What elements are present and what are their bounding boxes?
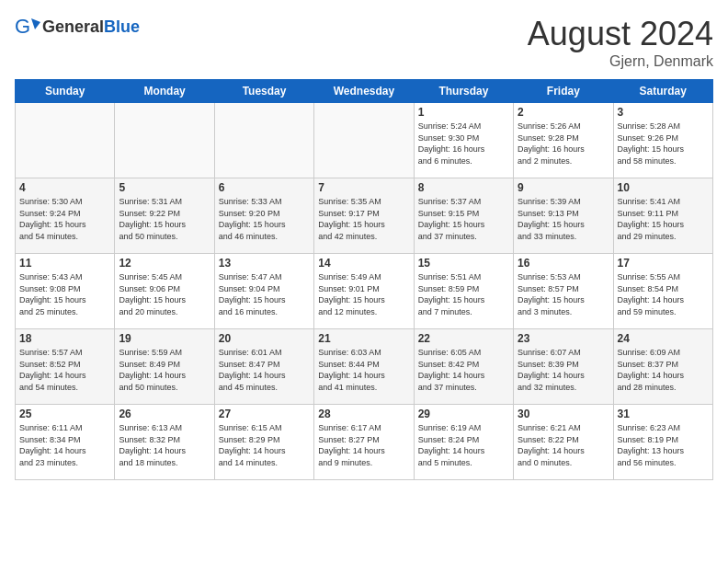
calendar-day-header: Sunday	[16, 80, 115, 103]
day-info: Sunrise: 5:35 AM Sunset: 9:17 PM Dayligh…	[318, 196, 409, 242]
logo-icon: G	[15, 15, 40, 40]
day-number: 11	[19, 257, 110, 270]
svg-marker-1	[31, 18, 40, 29]
day-info: Sunrise: 6:23 AM Sunset: 8:19 PM Dayligh…	[618, 422, 709, 468]
day-info: Sunrise: 6:11 AM Sunset: 8:34 PM Dayligh…	[19, 422, 110, 468]
day-number: 14	[318, 257, 409, 270]
title-section: August 2024 Gjern, Denmark	[528, 15, 713, 70]
logo: G GeneralBlue	[15, 15, 140, 40]
calendar-day-cell: 14Sunrise: 5:49 AM Sunset: 9:01 PM Dayli…	[314, 254, 414, 329]
day-number: 2	[518, 106, 609, 119]
calendar-day-cell: 12Sunrise: 5:45 AM Sunset: 9:06 PM Dayli…	[115, 254, 214, 329]
day-number: 31	[618, 408, 709, 420]
day-number: 16	[518, 257, 609, 270]
day-info: Sunrise: 5:33 AM Sunset: 9:20 PM Dayligh…	[219, 196, 310, 242]
day-number: 18	[19, 332, 110, 345]
logo-general: General	[42, 17, 104, 36]
day-number: 24	[618, 332, 709, 345]
calendar-day-cell: 10Sunrise: 5:41 AM Sunset: 9:11 PM Dayli…	[613, 178, 712, 254]
day-info: Sunrise: 5:31 AM Sunset: 9:22 PM Dayligh…	[119, 196, 210, 242]
calendar-day-cell: 4Sunrise: 5:30 AM Sunset: 9:24 PM Daylig…	[16, 178, 115, 254]
day-info: Sunrise: 6:15 AM Sunset: 8:29 PM Dayligh…	[219, 422, 310, 468]
day-info: Sunrise: 5:53 AM Sunset: 8:57 PM Dayligh…	[518, 271, 609, 317]
calendar-day-cell: 19Sunrise: 5:59 AM Sunset: 8:49 PM Dayli…	[115, 329, 214, 405]
calendar-day-cell: 7Sunrise: 5:35 AM Sunset: 9:17 PM Daylig…	[314, 178, 414, 254]
calendar-day-cell: 1Sunrise: 5:24 AM Sunset: 9:30 PM Daylig…	[414, 103, 513, 178]
day-number: 9	[518, 181, 609, 194]
calendar-day-cell: 30Sunrise: 6:21 AM Sunset: 8:22 PM Dayli…	[514, 405, 613, 480]
day-number: 23	[518, 332, 609, 345]
calendar-week-row: 11Sunrise: 5:43 AM Sunset: 9:08 PM Dayli…	[16, 254, 713, 329]
day-number: 4	[19, 181, 110, 194]
calendar-day-cell: 6Sunrise: 5:33 AM Sunset: 9:20 PM Daylig…	[214, 178, 313, 254]
day-number: 15	[418, 257, 509, 270]
calendar-day-cell	[115, 103, 214, 178]
day-info: Sunrise: 5:24 AM Sunset: 9:30 PM Dayligh…	[418, 121, 509, 167]
day-number: 27	[219, 408, 310, 420]
day-number: 30	[518, 408, 609, 420]
day-info: Sunrise: 5:51 AM Sunset: 8:59 PM Dayligh…	[418, 271, 509, 317]
calendar-day-cell: 11Sunrise: 5:43 AM Sunset: 9:08 PM Dayli…	[16, 254, 115, 329]
calendar-week-row: 25Sunrise: 6:11 AM Sunset: 8:34 PM Dayli…	[16, 405, 713, 480]
calendar-table: SundayMondayTuesdayWednesdayThursdayFrid…	[15, 79, 713, 480]
day-number: 22	[418, 332, 509, 345]
day-info: Sunrise: 5:26 AM Sunset: 9:28 PM Dayligh…	[518, 121, 609, 167]
day-number: 17	[618, 257, 709, 270]
calendar-day-cell: 18Sunrise: 5:57 AM Sunset: 8:52 PM Dayli…	[16, 329, 115, 405]
day-info: Sunrise: 5:49 AM Sunset: 9:01 PM Dayligh…	[318, 271, 409, 317]
day-number: 7	[318, 181, 409, 194]
day-info: Sunrise: 5:55 AM Sunset: 8:54 PM Dayligh…	[618, 271, 709, 317]
calendar-day-cell: 28Sunrise: 6:17 AM Sunset: 8:27 PM Dayli…	[314, 405, 414, 480]
day-info: Sunrise: 6:07 AM Sunset: 8:39 PM Dayligh…	[518, 347, 609, 393]
calendar-day-header: Wednesday	[314, 80, 414, 103]
calendar-day-cell: 26Sunrise: 6:13 AM Sunset: 8:32 PM Dayli…	[115, 405, 214, 480]
day-number: 3	[618, 106, 709, 119]
day-number: 20	[219, 332, 310, 345]
day-info: Sunrise: 5:30 AM Sunset: 9:24 PM Dayligh…	[19, 196, 110, 242]
calendar-day-cell: 15Sunrise: 5:51 AM Sunset: 8:59 PM Dayli…	[414, 254, 513, 329]
calendar-title: August 2024	[528, 15, 713, 53]
day-number: 19	[119, 332, 210, 345]
day-info: Sunrise: 6:03 AM Sunset: 8:44 PM Dayligh…	[318, 347, 409, 393]
day-info: Sunrise: 6:17 AM Sunset: 8:27 PM Dayligh…	[318, 422, 409, 468]
day-number: 12	[119, 257, 210, 270]
calendar-day-cell	[314, 103, 414, 178]
day-info: Sunrise: 6:01 AM Sunset: 8:47 PM Dayligh…	[219, 347, 310, 393]
day-info: Sunrise: 5:43 AM Sunset: 9:08 PM Dayligh…	[19, 271, 110, 317]
day-info: Sunrise: 5:28 AM Sunset: 9:26 PM Dayligh…	[618, 121, 709, 167]
logo-blue: Blue	[104, 17, 140, 36]
day-number: 25	[19, 408, 110, 420]
calendar-week-row: 1Sunrise: 5:24 AM Sunset: 9:30 PM Daylig…	[16, 103, 713, 178]
day-number: 28	[318, 408, 409, 420]
day-number: 26	[119, 408, 210, 420]
calendar-day-cell: 2Sunrise: 5:26 AM Sunset: 9:28 PM Daylig…	[514, 103, 613, 178]
calendar-day-cell: 8Sunrise: 5:37 AM Sunset: 9:15 PM Daylig…	[414, 178, 513, 254]
day-number: 10	[618, 181, 709, 194]
calendar-day-cell: 22Sunrise: 6:05 AM Sunset: 8:42 PM Dayli…	[414, 329, 513, 405]
calendar-day-header: Monday	[115, 80, 214, 103]
calendar-day-header: Thursday	[414, 80, 513, 103]
calendar-day-cell: 31Sunrise: 6:23 AM Sunset: 8:19 PM Dayli…	[613, 405, 712, 480]
calendar-day-cell: 23Sunrise: 6:07 AM Sunset: 8:39 PM Dayli…	[514, 329, 613, 405]
calendar-day-cell: 13Sunrise: 5:47 AM Sunset: 9:04 PM Dayli…	[214, 254, 313, 329]
day-info: Sunrise: 5:37 AM Sunset: 9:15 PM Dayligh…	[418, 196, 509, 242]
day-info: Sunrise: 5:47 AM Sunset: 9:04 PM Dayligh…	[219, 271, 310, 317]
calendar-day-cell	[214, 103, 313, 178]
calendar-day-cell: 9Sunrise: 5:39 AM Sunset: 9:13 PM Daylig…	[514, 178, 613, 254]
calendar-day-cell: 29Sunrise: 6:19 AM Sunset: 8:24 PM Dayli…	[414, 405, 513, 480]
day-info: Sunrise: 5:39 AM Sunset: 9:13 PM Dayligh…	[518, 196, 609, 242]
calendar-header-row: SundayMondayTuesdayWednesdayThursdayFrid…	[16, 80, 713, 103]
day-info: Sunrise: 5:59 AM Sunset: 8:49 PM Dayligh…	[119, 347, 210, 393]
calendar-day-cell: 27Sunrise: 6:15 AM Sunset: 8:29 PM Dayli…	[214, 405, 313, 480]
calendar-day-cell: 16Sunrise: 5:53 AM Sunset: 8:57 PM Dayli…	[514, 254, 613, 329]
calendar-day-cell: 21Sunrise: 6:03 AM Sunset: 8:44 PM Dayli…	[314, 329, 414, 405]
day-info: Sunrise: 6:09 AM Sunset: 8:37 PM Dayligh…	[618, 347, 709, 393]
day-number: 1	[418, 106, 509, 119]
day-info: Sunrise: 6:19 AM Sunset: 8:24 PM Dayligh…	[418, 422, 509, 468]
day-info: Sunrise: 5:57 AM Sunset: 8:52 PM Dayligh…	[19, 347, 110, 393]
svg-text:G: G	[15, 15, 30, 38]
calendar-day-header: Saturday	[613, 80, 712, 103]
calendar-day-cell: 24Sunrise: 6:09 AM Sunset: 8:37 PM Dayli…	[613, 329, 712, 405]
day-info: Sunrise: 5:45 AM Sunset: 9:06 PM Dayligh…	[119, 271, 210, 317]
logo-text: GeneralBlue	[42, 18, 140, 37]
